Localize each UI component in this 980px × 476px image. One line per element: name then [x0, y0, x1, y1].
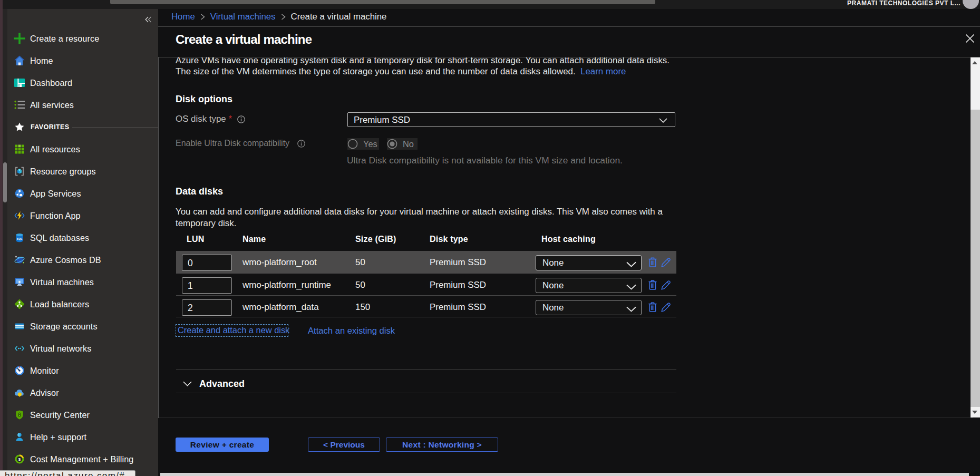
svg-text:$: $ [18, 457, 21, 462]
svg-text:SQL: SQL [17, 237, 23, 240]
